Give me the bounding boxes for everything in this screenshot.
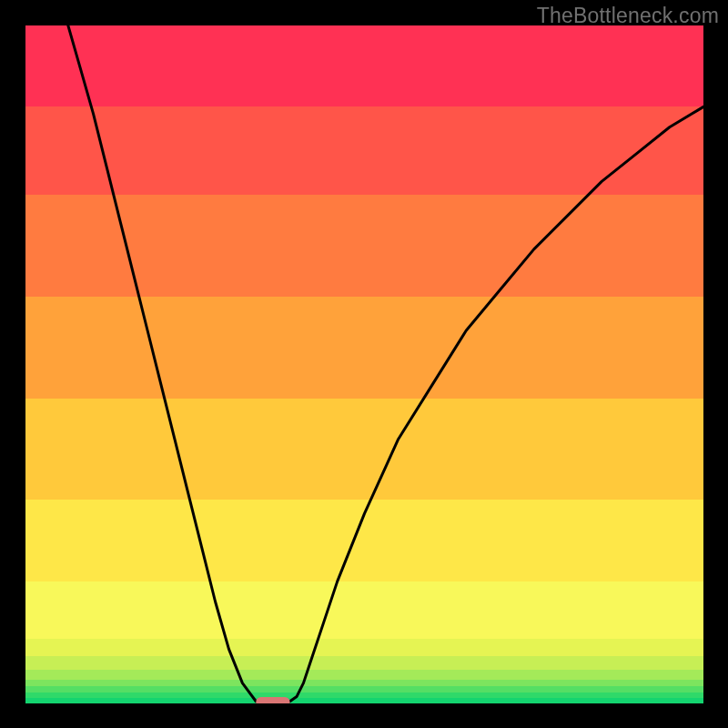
watermark-text: TheBottleneck.com [537, 4, 719, 28]
gradient-background [25, 25, 703, 703]
plot-area [25, 25, 703, 703]
optimal-marker [256, 697, 289, 703]
chart-frame: TheBottleneck.com [0, 0, 728, 728]
plot-svg [25, 25, 703, 703]
